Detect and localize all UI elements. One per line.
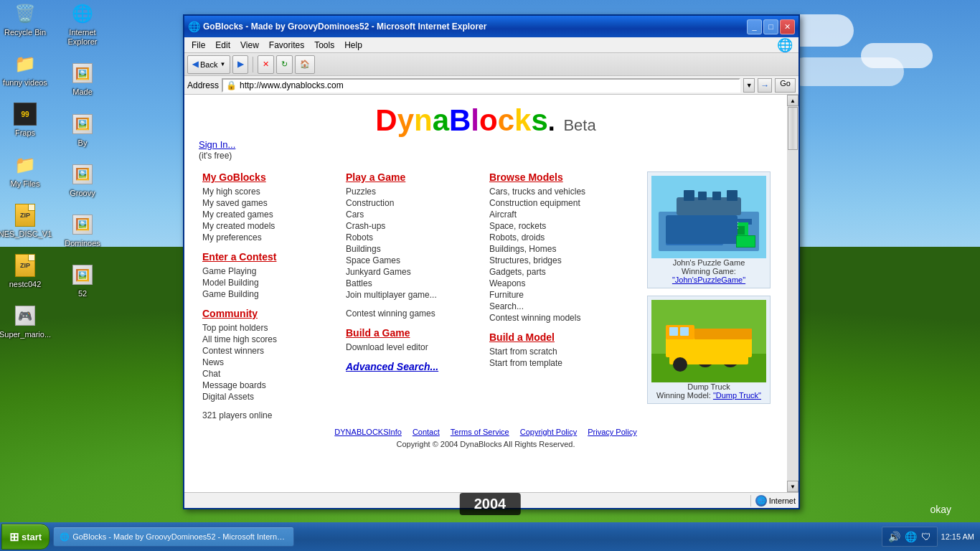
cars-link[interactable]: Cars bbox=[346, 209, 482, 220]
fraps-icon[interactable]: 99 Fraps bbox=[0, 100, 50, 140]
structures-bridges[interactable]: Structures, bridges bbox=[489, 255, 640, 265]
scroll-up-arrow[interactable]: ▲ bbox=[787, 95, 798, 106]
contest-winning-games[interactable]: Contest winning games bbox=[346, 309, 482, 319]
dominoes-icon[interactable]: 🖼️ Dominoes bbox=[57, 211, 108, 250]
footer-contact[interactable]: Contact bbox=[413, 428, 440, 436]
chat-link[interactable]: Chat bbox=[202, 369, 339, 379]
truck-winning-link[interactable]: "Dump Truck" bbox=[713, 391, 761, 400]
footer-copyright-policy[interactable]: Copyright Policy bbox=[520, 428, 577, 436]
start-template[interactable]: Start from template bbox=[489, 358, 640, 368]
gadgets-parts[interactable]: Gadgets, parts bbox=[489, 267, 640, 277]
my-high-scores[interactable]: My high scores bbox=[202, 187, 339, 197]
digital-assets[interactable]: Digital Assets bbox=[202, 392, 339, 402]
address-dropdown[interactable]: ▼ bbox=[743, 78, 755, 93]
menu-tools[interactable]: Tools bbox=[310, 39, 339, 52]
build-model-title[interactable]: Build a Model bbox=[489, 331, 640, 343]
home-button[interactable]: 🏠 bbox=[295, 55, 315, 74]
close-button[interactable]: ✕ bbox=[780, 19, 795, 34]
forward-button[interactable]: ▶ bbox=[232, 55, 248, 74]
space-games-link[interactable]: Space Games bbox=[346, 255, 482, 265]
contest-winning-models[interactable]: Contest winning models bbox=[489, 313, 640, 323]
recycle-bin-icon[interactable]: 🗑️ Recycle Bin bbox=[0, 0, 50, 39]
advanced-search-title[interactable]: Advanced Search... bbox=[346, 361, 482, 372]
my-files-icon[interactable]: 📁 My Files bbox=[0, 151, 50, 191]
my-saved-games[interactable]: My saved games bbox=[202, 198, 339, 208]
taskbar-right: 🔊 🌐 🛡 12:15 AM bbox=[876, 527, 980, 547]
crash-ups-link[interactable]: Crash-ups bbox=[346, 221, 482, 231]
start-button[interactable]: ⊞ start bbox=[1, 524, 50, 550]
my-preferences[interactable]: My preferences bbox=[202, 232, 339, 242]
systray-icon-2: 🌐 bbox=[905, 531, 917, 542]
52-icon[interactable]: 🖼️ 52 bbox=[57, 261, 108, 301]
buildings-link[interactable]: Buildings bbox=[346, 244, 482, 254]
furniture-link[interactable]: Furniture bbox=[489, 290, 640, 300]
search-link[interactable]: Search... bbox=[489, 301, 640, 311]
refresh-button[interactable]: ↻ bbox=[276, 55, 293, 74]
model-building[interactable]: Model Building bbox=[202, 278, 339, 288]
build-game-title[interactable]: Build a Game bbox=[346, 327, 482, 339]
aircraft-link[interactable]: Aircraft bbox=[489, 209, 640, 220]
ie-icon[interactable]: 🌐 InternetExplorer bbox=[57, 0, 108, 49]
funny-videos-icon[interactable]: 📁 funny videos bbox=[0, 50, 50, 90]
my-goblocks-title[interactable]: My GoBlocks bbox=[202, 171, 339, 183]
menu-view[interactable]: View bbox=[236, 39, 263, 52]
footer-privacy-policy[interactable]: Privacy Policy bbox=[588, 428, 636, 436]
construction-link[interactable]: Construction bbox=[346, 198, 482, 208]
footer-dynablocks-info[interactable]: DYNABLOCKSInfo bbox=[334, 428, 402, 436]
download-level-editor[interactable]: Download level editor bbox=[346, 342, 482, 352]
groovy-icon[interactable]: 🖼️ Groovy bbox=[57, 161, 108, 200]
nestc042-icon[interactable]: ZIP nestc042 bbox=[0, 252, 50, 291]
go-arrow-icon[interactable]: → bbox=[758, 78, 772, 93]
my-created-games[interactable]: My created games bbox=[202, 209, 339, 220]
dump-truck-image bbox=[651, 300, 766, 382]
puzzles-link[interactable]: Puzzles bbox=[346, 187, 482, 197]
news-link[interactable]: News bbox=[202, 357, 339, 367]
webpage[interactable]: DynaBlocks. Beta Sign In... (it's free) … bbox=[184, 95, 787, 492]
contest-winners[interactable]: Contest winners bbox=[202, 346, 339, 356]
footer-terms[interactable]: Terms of Service bbox=[451, 428, 509, 436]
menu-help[interactable]: Help bbox=[340, 39, 367, 52]
menu-file[interactable]: File bbox=[187, 39, 209, 52]
my-created-models[interactable]: My created models bbox=[202, 221, 339, 231]
browse-models-title[interactable]: Browse Models bbox=[489, 171, 640, 183]
menu-favorites[interactable]: Favorites bbox=[265, 39, 308, 52]
all-time-high-scores[interactable]: All time high scores bbox=[202, 334, 339, 344]
construction-equip[interactable]: Construction equipment bbox=[489, 198, 640, 208]
game-building[interactable]: Game Building bbox=[202, 289, 339, 299]
battles-link[interactable]: Battles bbox=[346, 278, 482, 288]
scroll-thumb[interactable] bbox=[788, 107, 798, 150]
made-icon[interactable]: 🖼️ Made bbox=[57, 60, 108, 99]
sign-in-link[interactable]: Sign In... bbox=[199, 139, 235, 150]
space-rockets[interactable]: Space, rockets bbox=[489, 221, 640, 231]
community-title[interactable]: Community bbox=[202, 308, 339, 319]
title-bar[interactable]: 🌐 GoBlocks - Made by GroovyDominoes52 - … bbox=[184, 16, 798, 37]
weapons-link[interactable]: Weapons bbox=[489, 278, 640, 288]
address-url[interactable]: http://www.dynablocks.com bbox=[240, 80, 736, 90]
nes-disc-icon[interactable]: ZIP NES_DISC_V1 bbox=[0, 202, 50, 241]
go-button[interactable]: Go bbox=[775, 78, 796, 93]
top-point-holders[interactable]: Top point holders bbox=[202, 323, 339, 333]
taskbar-ie-item[interactable]: 🌐 GoBlocks - Made by GroovyDominoes52 - … bbox=[53, 527, 294, 547]
minimize-button[interactable]: _ bbox=[747, 19, 762, 34]
super-mario-icon[interactable]: 🎮 Super_mario... bbox=[0, 302, 50, 342]
cars-trucks[interactable]: Cars, trucks and vehicles bbox=[489, 187, 640, 197]
game-playing[interactable]: Game Playing bbox=[202, 266, 339, 276]
enter-contest-title[interactable]: Enter a Contest bbox=[202, 251, 339, 263]
join-multiplayer-link[interactable]: Join multiplayer game... bbox=[346, 290, 482, 300]
message-boards[interactable]: Message boards bbox=[202, 380, 339, 390]
by-icon[interactable]: 🖼️ By bbox=[57, 110, 108, 150]
junkyard-games-link[interactable]: Junkyard Games bbox=[346, 267, 482, 277]
buildings-homes[interactable]: Buildings, Homes bbox=[489, 244, 640, 254]
truck-caption-text: Dump Truck bbox=[687, 382, 730, 391]
robots-link[interactable]: Robots bbox=[346, 232, 482, 242]
stop-button[interactable]: ✕ bbox=[258, 55, 274, 74]
puzzle-winning-link[interactable]: "John'sPuzzleGame" bbox=[672, 276, 745, 284]
back-button[interactable]: ◀ Back ▼ bbox=[187, 55, 230, 74]
start-scratch[interactable]: Start from scratch bbox=[489, 347, 640, 357]
robots-droids[interactable]: Robots, droids bbox=[489, 232, 640, 242]
super-mario-img: 🎮 bbox=[14, 304, 37, 327]
scroll-down-arrow[interactable]: ▼ bbox=[787, 481, 798, 492]
play-game-title[interactable]: Play a Game bbox=[346, 171, 482, 183]
maximize-button[interactable]: □ bbox=[763, 19, 778, 34]
menu-edit[interactable]: Edit bbox=[211, 39, 235, 52]
